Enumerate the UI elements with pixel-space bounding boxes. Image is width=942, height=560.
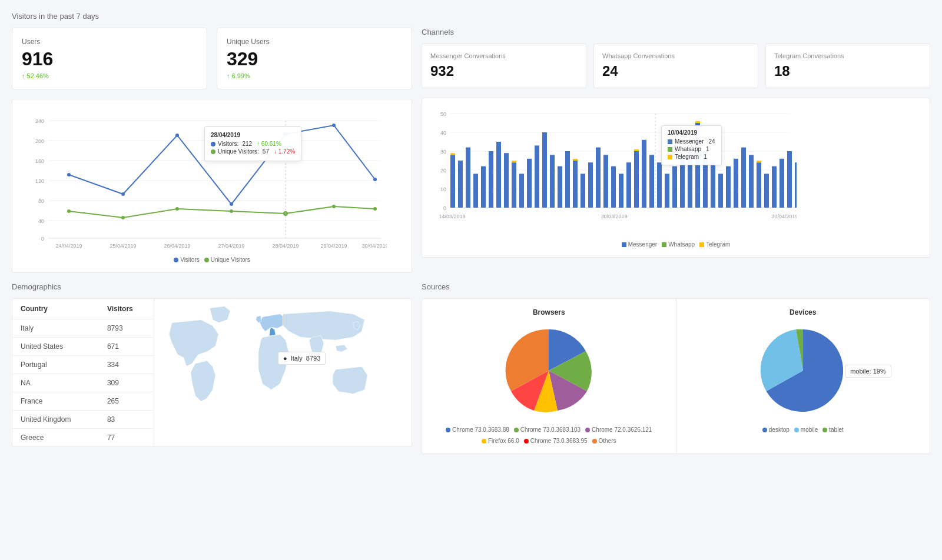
svg-point-33 <box>332 205 336 208</box>
dashboard: Visitors in the past 7 days Users 916 ↑ … <box>0 0 942 475</box>
legend-telegram: Telegram <box>699 241 730 248</box>
svg-rect-55 <box>473 174 478 208</box>
svg-point-22 <box>121 192 125 196</box>
map-tooltip: ● Italy 8793 <box>278 352 326 365</box>
channels-tooltip: 10/04/2019 Messenger 24 Whatsapp 1 <box>661 125 722 165</box>
svg-text:27/04/2019: 27/04/2019 <box>218 243 244 249</box>
legend-messenger: Messenger <box>622 241 657 248</box>
svg-text:80: 80 <box>38 198 44 204</box>
svg-rect-100 <box>780 159 784 208</box>
svg-text:28/04/2019: 28/04/2019 <box>272 243 298 249</box>
messenger-label: Messenger Conversations <box>430 52 578 59</box>
unique-users-card: Unique Users 329 ↑ 6.99% <box>217 28 412 89</box>
channels-chart-svg: 50 40 30 20 10 0 <box>432 108 797 237</box>
browser-legend-item: Firefox 66.0 <box>482 438 519 444</box>
channels-legend: Messenger Whatsapp Telegram <box>432 241 920 248</box>
svg-rect-84 <box>672 166 677 208</box>
telegram-value: 18 <box>774 63 921 79</box>
svg-rect-67 <box>558 166 562 208</box>
browsers-legend: Chrome 73.0.3683.88Chrome 73.0.3683.103C… <box>432 426 666 444</box>
telegram-label: Telegram Conversations <box>774 52 921 59</box>
svg-rect-98 <box>764 174 769 208</box>
svg-text:30: 30 <box>440 149 446 155</box>
svg-rect-74 <box>603 155 608 208</box>
svg-rect-90 <box>711 162 715 208</box>
svg-text:24/04/2019: 24/04/2019 <box>55 243 82 249</box>
table-row: Greece77 <box>12 429 154 447</box>
svg-text:50: 50 <box>440 111 446 117</box>
svg-rect-83 <box>665 174 669 208</box>
svg-rect-82 <box>657 162 662 208</box>
svg-rect-75 <box>611 166 616 208</box>
svg-rect-101 <box>787 151 792 208</box>
table-row: United Kingdom83 <box>12 411 154 429</box>
telegram-card: Telegram Conversations 18 <box>765 44 930 88</box>
legend-whatsapp: Whatsapp <box>662 241 695 248</box>
table-row: NA309 <box>12 374 154 392</box>
whatsapp-value: 24 <box>602 63 749 79</box>
channels-section: Channels Messenger Conversations 932 Wha… <box>422 28 930 273</box>
svg-rect-97 <box>757 161 761 162</box>
browser-legend-item: Chrome 73.0.3683.88 <box>446 426 509 433</box>
svg-rect-62 <box>519 174 524 208</box>
svg-rect-77 <box>626 162 631 208</box>
svg-point-21 <box>67 173 71 176</box>
svg-rect-66 <box>550 155 555 208</box>
svg-rect-91 <box>718 174 723 208</box>
demographics-content: Country Visitors Italy8793United States6… <box>12 298 412 447</box>
svg-text:40: 40 <box>440 130 446 136</box>
table-row: Italy8793 <box>12 319 154 338</box>
svg-rect-65 <box>542 132 547 208</box>
svg-rect-60 <box>512 162 516 208</box>
svg-rect-92 <box>726 166 731 208</box>
demographics-map: ● Italy 8793 <box>154 299 412 446</box>
svg-rect-69 <box>573 161 578 208</box>
devices-title: Devices <box>686 308 921 316</box>
chart-tooltip: 28/04/2019 Visitors: 212 ↑ 60.61% Unique… <box>204 126 301 161</box>
svg-text:30/03/2019: 30/03/2019 <box>601 214 627 219</box>
svg-text:240: 240 <box>35 118 44 124</box>
svg-text:0: 0 <box>443 205 446 211</box>
device-legend-item: mobile <box>794 426 818 433</box>
svg-text:160: 160 <box>35 158 44 164</box>
svg-point-26 <box>332 124 336 127</box>
table-row: Portugal334 <box>12 356 154 374</box>
channels-title: Channels <box>422 28 930 36</box>
svg-text:120: 120 <box>35 178 44 184</box>
svg-rect-94 <box>741 148 746 208</box>
svg-rect-63 <box>527 159 532 208</box>
browser-legend-item: Others <box>592 438 616 444</box>
svg-text:26/04/2019: 26/04/2019 <box>164 243 190 249</box>
table-row: France265 <box>12 392 154 411</box>
users-change: ↑ 52.46% <box>22 72 197 79</box>
channel-cards: Messenger Conversations 932 Whatsapp Con… <box>422 44 930 88</box>
svg-rect-79 <box>634 149 639 151</box>
svg-text:25/04/2019: 25/04/2019 <box>110 243 136 249</box>
svg-rect-80 <box>642 140 646 208</box>
browsers-chart: Browsers <box>422 299 676 454</box>
visitors-chart-card: 240 200 160 120 80 40 0 24/04/2019 25/04… <box>12 99 412 273</box>
devices-pie-svg <box>756 324 850 418</box>
svg-rect-99 <box>772 166 777 208</box>
svg-rect-61 <box>512 161 516 162</box>
browsers-title: Browsers <box>432 308 666 316</box>
device-legend-item: tablet <box>822 426 843 433</box>
unique-users-change: ↑ 6.99% <box>227 72 402 79</box>
svg-point-31 <box>230 209 233 213</box>
svg-text:30/04/2019: 30/04/2019 <box>361 243 387 249</box>
svg-rect-54 <box>466 148 470 208</box>
device-tooltip: mobile: 19% <box>845 365 891 378</box>
table-row: United States671 <box>12 338 154 356</box>
svg-rect-53 <box>458 161 463 208</box>
demographics-section: Demographics Country Visitors Italy8793U… <box>12 282 412 454</box>
svg-text:30/04/2019: 30/04/2019 <box>771 214 797 219</box>
svg-rect-102 <box>795 162 797 208</box>
svg-rect-64 <box>535 145 539 208</box>
messenger-card: Messenger Conversations 932 <box>422 44 586 88</box>
whatsapp-card: Whatsapp Conversations 24 <box>593 44 758 88</box>
whatsapp-label: Whatsapp Conversations <box>602 52 749 59</box>
svg-point-29 <box>121 216 125 219</box>
svg-text:14/03/2019: 14/03/2019 <box>439 214 465 219</box>
sources-section: Sources Browsers <box>422 282 930 454</box>
svg-point-24 <box>230 202 233 206</box>
